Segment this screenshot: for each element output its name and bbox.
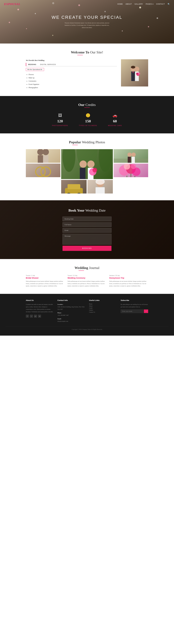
footer-subscribe-title: Subscribe	[121, 299, 148, 301]
journal-title-rest: Journal	[89, 266, 100, 270]
hero-title: WE CREATE YOUR SPECIAL	[52, 15, 122, 20]
journal-title-3[interactable]: Honeymoon Trip	[109, 277, 148, 279]
footer-link-about[interactable]: About	[89, 305, 117, 307]
gallery-img-5[interactable]	[88, 180, 113, 194]
services-list: Flowers Make-up Ceremonies Event Organiz…	[26, 73, 117, 89]
booking-form: Booking	[62, 216, 112, 251]
tab-wedding[interactable]: WEDDING	[26, 63, 38, 66]
journal-card-1: Tucson / 1 July Bridal Shower Nulla pell…	[26, 275, 65, 287]
specialised-box: We Are Specialised At-	[26, 68, 44, 71]
credits-title-bold: Our	[78, 103, 84, 107]
gallery-col-left	[26, 149, 60, 194]
tab-digital[interactable]: DIGITAL SERVICES	[38, 63, 58, 66]
flowers-number: 150	[79, 119, 97, 123]
copyright-text: Copyright © 2016 Company Name All Rights…	[72, 329, 102, 330]
footer-link-home[interactable]: Home	[89, 303, 117, 305]
footer-link-credit[interactable]: Credit	[89, 307, 117, 309]
credit-cars: 🚗 60 WEDDING CARS	[108, 113, 122, 126]
booking-section: Book Your Wedding Date Booking	[0, 200, 174, 259]
svg-point-7	[136, 72, 138, 74]
full-name-input[interactable]	[62, 222, 112, 227]
facebook-icon[interactable]: f	[26, 315, 29, 318]
gallery-img-7[interactable]	[114, 164, 148, 177]
google-icon[interactable]: g+	[34, 315, 37, 318]
provide-text: We Provide Best Wedding	[26, 59, 117, 62]
nav-pages[interactable]: PAGES ▾	[146, 3, 154, 5]
service-event-organizer: Event Organizer	[28, 83, 117, 86]
nav-gallery[interactable]: GALLERY	[134, 3, 143, 5]
subscribe-button[interactable]: →	[144, 310, 148, 313]
hero-content: WE CREATE YOUR SPECIAL Praesent sitiumet…	[46, 15, 128, 29]
journal-text-1: Nulla pellentesque mi non laoreet eleife…	[26, 280, 65, 287]
svg-rect-33	[68, 184, 80, 189]
couple-image	[121, 59, 148, 86]
booking-date-input[interactable]	[62, 216, 112, 221]
footer-links: Useful Links Home About Credit Gallery C…	[89, 299, 117, 324]
footer-grid: About Us Curabitur non nulla sit amet ni…	[26, 299, 148, 324]
message-input[interactable]	[62, 234, 112, 245]
booking-button[interactable]: Booking	[62, 246, 112, 251]
svg-rect-26	[80, 168, 86, 179]
svg-rect-45	[128, 157, 131, 163]
search-icon[interactable]: 🔍	[168, 3, 170, 5]
welcome-title: Welcome To Our Site!	[6, 50, 168, 55]
flower-icon: 🙂	[79, 113, 97, 118]
gallery-img-6[interactable]	[114, 149, 148, 163]
photographers-number: 120	[52, 119, 68, 123]
gallery-col-center	[61, 149, 113, 194]
footer-link-gallery[interactable]: Gallery	[89, 309, 117, 311]
journal-title-2[interactable]: Wedding Ceremony	[68, 277, 106, 279]
journal-location-2: Tucson / 12 July	[68, 275, 106, 276]
gallery-img-3[interactable]	[61, 149, 113, 179]
svg-point-8	[131, 66, 135, 68]
footer-link-contact[interactable]: Contact Us	[89, 312, 117, 313]
nav-contact[interactable]: CONTACT	[156, 3, 165, 5]
gallery-grid	[26, 149, 148, 194]
nav-links: HOME ABOUT GALLERY PAGES ▾ CONTACT 🔍	[118, 3, 170, 5]
gallery-title: Popular Wedding Photos	[6, 140, 168, 145]
tab-row: WEDDING DIGITAL SERVICES	[26, 63, 117, 66]
credit-flowers: 🙂 150 TYPES OF FLOWERS	[79, 113, 97, 126]
footer-links-title: Useful Links	[89, 299, 117, 301]
email-input[interactable]	[62, 228, 112, 233]
svg-point-6	[138, 72, 140, 75]
nav-about[interactable]: ABOUT	[126, 3, 132, 5]
svg-point-25	[80, 160, 87, 168]
welcome-section: Welcome To Our Site! We Provide Best Wed…	[0, 44, 174, 96]
svg-rect-17	[43, 155, 48, 163]
location-value: 1234, 5th block building, long Avenue, N…	[58, 306, 84, 310]
credits-title-rest: Credits	[86, 103, 96, 107]
gallery-section: Popular Wedding Photos	[0, 134, 174, 200]
twitter-icon[interactable]: t	[30, 315, 33, 318]
subscribe-email-input[interactable]	[121, 310, 144, 313]
gallery-img-2[interactable]	[26, 164, 60, 177]
welcome-left: We Provide Best Wedding WEDDING DIGITAL …	[26, 59, 117, 89]
nav-home[interactable]: HOME	[118, 3, 123, 5]
logo[interactable]: ESPOUSAL	[4, 2, 20, 6]
service-makeup: Make-up	[28, 76, 117, 80]
journal-title-1[interactable]: Bridal Shower	[26, 277, 65, 279]
service-flowers: Flowers	[28, 73, 117, 76]
gallery-img-4[interactable]	[61, 180, 86, 194]
flowers-label: TYPES OF FLOWERS	[79, 125, 97, 126]
journal-title: Wedding Journal	[6, 266, 168, 271]
footer-links-list: Home About Credit Gallery Contact Us	[89, 303, 117, 313]
svg-point-46	[132, 152, 136, 157]
camera-icon: 🖼	[52, 113, 68, 118]
gallery-col-right	[114, 149, 148, 194]
svg-point-30	[92, 168, 97, 172]
service-ceremonies: Ceremonies	[28, 80, 117, 83]
gallery-title-bold: Popular	[69, 140, 81, 145]
welcome-title-rest: Our Site!	[90, 50, 103, 54]
gallery-img-1[interactable]	[26, 149, 60, 163]
credit-photographers: 🖼 120 PHOTOGRAPHERS	[52, 113, 68, 126]
svg-rect-40	[96, 187, 105, 194]
credits-section: Our Credits 🖼 120 PHOTOGRAPHERS 🙂 150 TY…	[0, 96, 174, 134]
footer-bottom: Copyright © 2016 Company Name All Rights…	[6, 326, 168, 330]
footer-email: Email : info@example.com	[58, 318, 85, 322]
email-value: info@example.com	[58, 320, 68, 322]
journal-section: Wedding Journal Tucson / 1 July Bridal S…	[0, 259, 174, 294]
linkedin-icon[interactable]: in	[38, 315, 41, 318]
phone-label: Phone :	[58, 312, 62, 314]
journal-location-1: Tucson / 1 July	[26, 275, 65, 276]
